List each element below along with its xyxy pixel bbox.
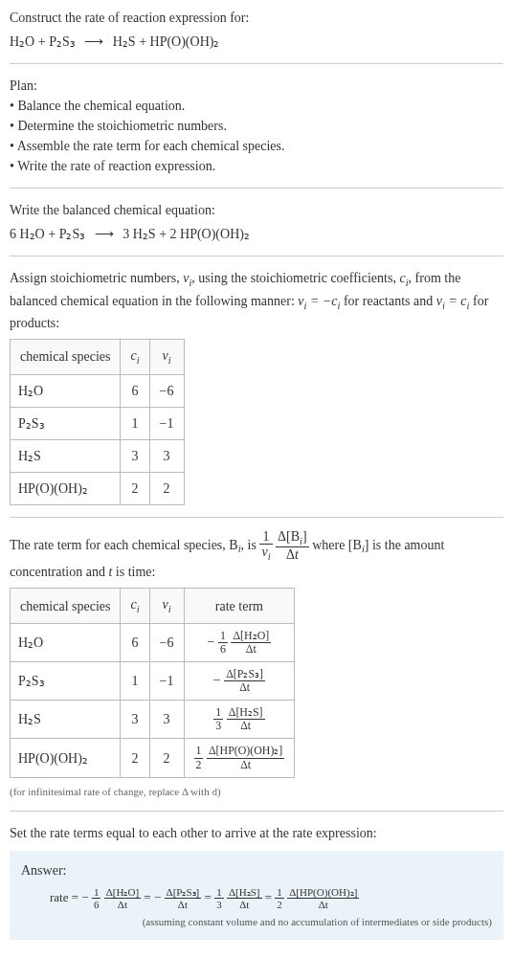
sign: −	[81, 890, 88, 904]
sign: −	[208, 635, 215, 649]
species: H₂O	[20, 227, 45, 241]
reactant-1: H₂O	[10, 34, 34, 49]
cell-ci: 6	[121, 374, 149, 407]
plan-list: Balance the chemical equation. Determine…	[10, 96, 503, 176]
col-species: chemical species	[11, 340, 121, 375]
divider	[10, 256, 503, 256]
cell-species: HP(O)(OH)₂	[11, 472, 121, 504]
infinitesimal-note: (for infinitesimal rate of change, repla…	[10, 784, 503, 800]
delta-fraction: Δ[H₂O]Δt	[231, 630, 271, 656]
cell-ci: 3	[121, 439, 149, 472]
text-fragment: , using the stoichiometric coefficients,	[191, 271, 399, 285]
plan-step: Determine the stoichiometric numbers.	[10, 116, 503, 136]
stoich-section: Assign stoichiometric numbers, νi, using…	[10, 268, 503, 505]
prompt-title: Construct the rate of reaction expressio…	[10, 8, 503, 28]
rate-lhs: rate =	[50, 890, 78, 904]
col-rateterm: rate term	[184, 589, 295, 624]
rateterm-table: chemical species ci νi rate term H₂O 6 −…	[10, 588, 295, 777]
coef: 6	[10, 227, 16, 241]
cell-rateterm: 12 Δ[HP(O)(OH)₂]Δt	[184, 739, 295, 777]
delta-bi-fraction: Δ[Bi]Δt	[276, 529, 309, 563]
text-fragment: where [B	[312, 537, 362, 551]
sign: −	[213, 673, 221, 687]
delta-fraction: Δ[H₂O]Δt	[104, 886, 141, 910]
text-fragment: The rate term for each chemical species,…	[10, 537, 238, 551]
cell-ci: 2	[121, 472, 149, 504]
divider	[10, 517, 503, 518]
cell-nui: 2	[149, 739, 184, 777]
equals-sign: =	[265, 890, 276, 904]
cell-species: H₂S	[11, 701, 121, 739]
plan-step: Assemble the rate term for each chemical…	[10, 136, 503, 156]
delta-fraction: Δ[HP(O)(OH)₂]Δt	[287, 886, 359, 910]
col-ci: ci	[121, 589, 149, 624]
cell-species: P₂S₃	[11, 662, 121, 701]
nu-i-symbol: νi	[183, 271, 191, 285]
one-over-nu-fraction: 1νi	[259, 529, 272, 563]
relation-reactants: νi = −ci	[298, 294, 340, 308]
col-nui: νi	[149, 589, 184, 624]
cell-rateterm: − Δ[P₂S₃]Δt	[184, 662, 295, 701]
plan-title: Plan:	[10, 76, 503, 96]
sign: −	[154, 890, 161, 904]
table-row: H₂O 6 −6 − 16 Δ[H₂O]Δt	[11, 623, 295, 661]
divider	[10, 63, 503, 64]
delta-fraction: Δ[H₂S]Δt	[227, 706, 265, 732]
delta-fraction: Δ[HP(O)(OH)₂]Δt	[207, 745, 284, 770]
reaction-arrow-icon: ⟶	[84, 32, 103, 52]
coef: 2	[170, 227, 177, 241]
table-row: P₂S₃ 1 −1	[11, 407, 185, 439]
reaction-arrow-icon: ⟶	[95, 224, 114, 244]
cell-nui: 3	[149, 701, 184, 739]
unbalanced-equation: H₂O + P₂S₃ ⟶ H₂S + HP(O)(OH)₂	[10, 32, 503, 52]
table-row: P₂S₃ 1 −1 − Δ[P₂S₃]Δt	[11, 662, 295, 701]
delta-fraction: Δ[H₂S]Δt	[227, 886, 262, 910]
cell-species: H₂O	[11, 623, 121, 661]
col-species: chemical species	[11, 589, 121, 624]
equals-sign: =	[205, 890, 215, 904]
cell-nui: 3	[149, 439, 184, 472]
coef-fraction: 16	[218, 630, 228, 656]
table-row: H₂S 3 3	[11, 439, 185, 472]
table-header-row: chemical species ci νi	[11, 340, 185, 375]
col-ci: ci	[121, 340, 149, 375]
text-fragment: is time:	[112, 565, 155, 579]
delta-fraction: Δ[P₂S₃]Δt	[165, 886, 202, 910]
plan-section: Plan: Balance the chemical equation. Det…	[10, 76, 503, 176]
assumption-note: (assuming constant volume and no accumul…	[21, 914, 492, 930]
stoich-text: Assign stoichiometric numbers, νi, using…	[10, 268, 503, 333]
c-i-symbol: ci	[399, 271, 408, 285]
cell-nui: −1	[149, 662, 184, 701]
stoich-table: chemical species ci νi H₂O 6 −6 P₂S₃ 1 −…	[10, 339, 185, 505]
rate-expression: rate = − 16 Δ[H₂O]Δt = − Δ[P₂S₃]Δt = 13 …	[21, 886, 492, 910]
col-nui: νi	[149, 340, 184, 375]
reactant-2: P₂S₃	[49, 34, 76, 49]
answer-box: Answer: rate = − 16 Δ[H₂O]Δt = − Δ[P₂S₃]…	[10, 851, 503, 940]
table-row: H₂O 6 −6	[11, 374, 185, 407]
coef: 3	[123, 227, 129, 241]
final-text: Set the rate terms equal to each other t…	[10, 823, 503, 843]
cell-rateterm: − 16 Δ[H₂O]Δt	[184, 623, 295, 661]
delta-fraction: Δ[P₂S₃]Δt	[224, 668, 265, 694]
cell-ci: 1	[121, 407, 149, 439]
table-header-row: chemical species ci νi rate term	[11, 589, 295, 624]
cell-nui: −1	[149, 407, 184, 439]
plus-sign: +	[38, 34, 49, 49]
final-section: Set the rate terms equal to each other t…	[10, 823, 503, 940]
equals-sign: =	[144, 890, 154, 904]
cell-nui: −6	[149, 374, 184, 407]
plus-sign: +	[139, 34, 149, 49]
divider	[10, 188, 503, 189]
cell-species: H₂S	[11, 439, 121, 472]
text-fragment: Assign stoichiometric numbers,	[10, 271, 183, 285]
coef-fraction: 16	[92, 886, 101, 910]
species: P₂S₃	[59, 227, 86, 241]
rateterm-section: The rate term for each chemical species,…	[10, 529, 503, 800]
balanced-section: Write the balanced chemical equation: 6 …	[10, 200, 503, 244]
species: H₂S	[133, 227, 156, 241]
plan-step: Write the rate of reaction expression.	[10, 156, 503, 176]
table-row: HP(O)(OH)₂ 2 2 12 Δ[HP(O)(OH)₂]Δt	[11, 739, 295, 777]
coef-fraction: 13	[214, 886, 224, 910]
species: HP(O)(OH)₂	[180, 227, 250, 241]
cell-nui: −6	[149, 623, 184, 661]
